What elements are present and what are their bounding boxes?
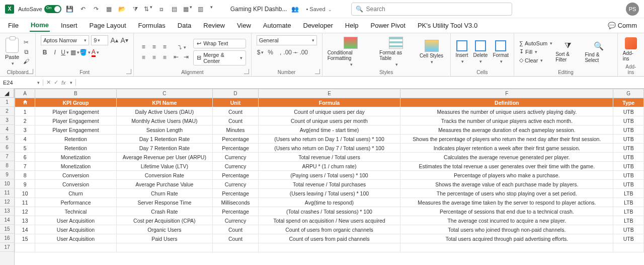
cell[interactable]: UTB: [613, 135, 644, 144]
cell[interactable]: (Users who return on Day 1 / Total users…: [258, 135, 400, 144]
cell[interactable]: 8: [15, 171, 35, 180]
tab-view[interactable]: View: [236, 20, 252, 31]
align-right-icon[interactable]: ≡: [160, 53, 169, 62]
cell[interactable]: Average Revenue per User (ARPU): [116, 153, 213, 162]
cell[interactable]: Conversion: [35, 180, 116, 189]
row-header[interactable]: 10: [0, 179, 14, 188]
align-top-icon[interactable]: ≡: [139, 42, 148, 51]
more-icon[interactable]: ▾: [209, 5, 218, 14]
tab-developer[interactable]: Developer: [302, 20, 334, 31]
cell[interactable]: Monthly Active Users (MAU): [116, 116, 213, 125]
font-color-icon[interactable]: A▾: [91, 48, 99, 56]
cell[interactable]: [213, 243, 259, 252]
cell[interactable]: LTB: [613, 216, 644, 225]
cell[interactable]: KPI Name: [116, 98, 213, 107]
clear-button[interactable]: ◇Clear▾: [519, 57, 552, 63]
cell[interactable]: Count: [213, 116, 259, 125]
tab-data[interactable]: Data: [177, 20, 192, 31]
cell[interactable]: Total revenue / Total users: [258, 153, 400, 162]
cell[interactable]: Percentage: [213, 207, 259, 216]
cell[interactable]: [400, 243, 613, 252]
search-input[interactable]: [366, 6, 508, 13]
cell[interactable]: Conversion Rate: [116, 171, 213, 180]
cancel-formula-icon[interactable]: ✕: [46, 79, 51, 86]
bold-icon[interactable]: B: [41, 48, 49, 56]
cell[interactable]: Cost per Acquisition (CPA): [116, 216, 213, 225]
comments-button[interactable]: 💬Comm: [608, 22, 637, 29]
cell[interactable]: 2: [15, 116, 35, 125]
row-header[interactable]: 1: [0, 98, 14, 107]
cell[interactable]: Count of users from paid channels: [258, 234, 400, 243]
tab-review[interactable]: Review: [202, 20, 226, 31]
user-avatar[interactable]: PS: [626, 3, 639, 16]
cell[interactable]: Avg(time to respond): [258, 198, 400, 207]
cell[interactable]: User Acquisition: [35, 225, 116, 234]
cell[interactable]: Count: [213, 107, 259, 116]
cell[interactable]: Avg(end time - start time): [258, 125, 400, 135]
col-header[interactable]: E: [258, 89, 400, 98]
cell[interactable]: UTB: [613, 171, 644, 180]
align-middle-icon[interactable]: ≡: [149, 42, 158, 51]
format-as-table-button[interactable]: Format as Table▾: [379, 37, 413, 67]
cell[interactable]: UTB: [613, 144, 644, 153]
col-header[interactable]: D: [213, 89, 259, 98]
tab-help[interactable]: Help: [344, 20, 360, 31]
cell[interactable]: Organic Users: [116, 225, 213, 234]
cell[interactable]: Unit: [213, 98, 259, 107]
col-header[interactable]: A: [15, 89, 35, 98]
row-header[interactable]: 6: [0, 143, 14, 152]
cell[interactable]: Count: [213, 225, 259, 234]
copy-icon[interactable]: ⧉: [22, 48, 30, 56]
cell[interactable]: Paid Users: [116, 234, 213, 243]
increase-indent-icon[interactable]: ⇥: [182, 53, 190, 61]
cell[interactable]: Player Engagement: [35, 125, 116, 135]
font-size-select[interactable]: 9▾: [91, 35, 108, 45]
cell[interactable]: Definition: [400, 98, 613, 107]
cell[interactable]: [35, 243, 116, 252]
select-all-corner[interactable]: ◢: [0, 89, 14, 98]
cell[interactable]: (Users leaving / Total users) * 100: [258, 189, 400, 198]
cell[interactable]: UTB: [613, 180, 644, 189]
name-box[interactable]: E24▾: [0, 80, 43, 86]
fill-button[interactable]: ↧Fill▾: [519, 48, 552, 55]
table-icon[interactable]: ▤: [170, 5, 179, 14]
cell[interactable]: Day 7 Retention Rate: [116, 144, 213, 153]
cells-grid[interactable]: A B C D E F G # KPI Group KPI Name Unit …: [15, 89, 644, 252]
align-left-icon[interactable]: ≡: [139, 53, 148, 62]
row-header[interactable]: 15: [0, 225, 14, 234]
cell[interactable]: The percentage of users who stop playing…: [400, 189, 613, 198]
tab-page-layout[interactable]: Page Layout: [89, 20, 127, 31]
format-painter-icon[interactable]: 🖌: [22, 57, 30, 65]
tab-home[interactable]: Home: [30, 19, 50, 32]
col-header[interactable]: G: [613, 89, 644, 98]
cell[interactable]: UTB: [613, 116, 644, 125]
orientation-icon[interactable]: ⭝▾: [177, 43, 185, 51]
underline-icon[interactable]: U▾: [61, 48, 69, 56]
freeze-icon[interactable]: ⧈: [157, 5, 166, 14]
cell[interactable]: Monetization: [35, 162, 116, 171]
tab-file[interactable]: File: [7, 20, 20, 31]
cell[interactable]: User Acquisition: [35, 234, 116, 243]
cell[interactable]: Session Length: [116, 125, 213, 135]
cell[interactable]: Total spend on acquisition / New users a…: [258, 216, 400, 225]
cut-icon[interactable]: ✂: [22, 38, 30, 46]
cell[interactable]: Indicates player retention a week after …: [400, 144, 613, 153]
conditional-formatting-button[interactable]: Conditional Formatting▾: [328, 37, 374, 67]
cell[interactable]: (Paying users / Total users) * 100: [258, 171, 400, 180]
cell[interactable]: Currency: [213, 153, 259, 162]
cell[interactable]: Performance: [35, 198, 116, 207]
cell[interactable]: Daily Active Users (DAU): [116, 107, 213, 116]
cell[interactable]: Count of unique users per month: [258, 116, 400, 125]
delete-cells-button[interactable]: Delete▾: [473, 40, 488, 64]
cell[interactable]: 14: [15, 225, 35, 234]
alignment-dialog-launcher[interactable]: [244, 69, 249, 74]
cell[interactable]: Count of unique users per day: [258, 107, 400, 116]
cell[interactable]: Currency: [213, 180, 259, 189]
cell[interactable]: [613, 243, 644, 252]
cell[interactable]: 7: [15, 162, 35, 171]
col-header[interactable]: F: [400, 89, 613, 98]
sort-filter-button[interactable]: ⧩Sort & Filter: [555, 41, 580, 63]
cell[interactable]: Estimates the total revenue a user gener…: [400, 162, 613, 171]
tab-formulas[interactable]: Formulas: [137, 20, 167, 31]
row-header[interactable]: 5: [0, 134, 14, 143]
